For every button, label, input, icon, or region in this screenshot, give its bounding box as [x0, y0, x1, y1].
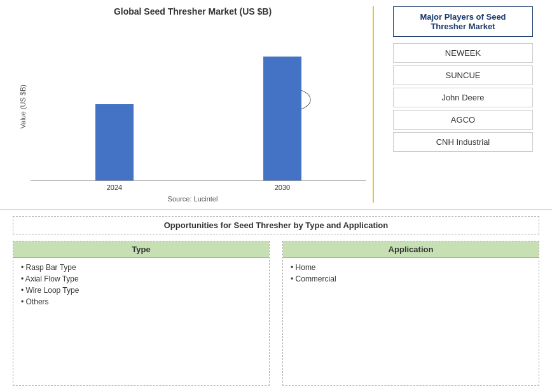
- x-axis-labels: 2024 2030: [31, 181, 366, 191]
- right-panel-title: Major Players of Seed Thresher Market: [393, 6, 533, 37]
- type-item-3: • Wire Loop Type: [21, 286, 261, 295]
- bar-2030: [263, 57, 301, 180]
- bar-label-2024: 2024: [31, 184, 198, 191]
- application-column: Application • Home • Commercial: [282, 241, 539, 386]
- chart-wrapper: Value (US $B) 3.6%: [19, 22, 366, 191]
- main-container: Global Seed Thresher Market (US $B) Valu…: [0, 0, 552, 392]
- bar-label-2030: 2030: [198, 184, 366, 191]
- chart-title: Global Seed Thresher Market (US $B): [114, 6, 272, 17]
- player-neweek: NEWEEK: [393, 43, 533, 63]
- right-panel: Major Players of Seed Thresher Market NE…: [374, 0, 552, 209]
- type-column: Type • Rasp Bar Type • Axial Flow Type •…: [13, 241, 270, 386]
- type-item-4: • Others: [21, 297, 261, 306]
- application-column-header: Application: [283, 241, 539, 258]
- type-item-1: • Rasp Bar Type: [21, 263, 261, 272]
- bar-group-2030: 3.6%: [198, 57, 366, 180]
- player-john-deere: John Deere: [393, 88, 533, 107]
- opportunities-content: Type • Rasp Bar Type • Axial Flow Type •…: [13, 241, 539, 386]
- application-column-body: • Home • Commercial: [283, 258, 539, 288]
- type-column-header: Type: [13, 241, 269, 258]
- type-column-body: • Rasp Bar Type • Axial Flow Type • Wire…: [13, 258, 269, 311]
- source-text: Source: Lucintel: [168, 195, 218, 203]
- player-suncue: SUNCUE: [393, 65, 533, 85]
- player-cnh: CNH Industrial: [393, 132, 533, 152]
- top-section: Global Seed Thresher Market (US $B) Valu…: [0, 0, 552, 210]
- y-axis-label: Value (US $B): [19, 84, 27, 129]
- players-list: NEWEEK SUNCUE John Deere AGCO CNH Indust…: [383, 43, 542, 154]
- player-agco: AGCO: [393, 110, 533, 130]
- chart-area: Global Seed Thresher Market (US $B) Valu…: [0, 0, 373, 209]
- bar-2024: [95, 104, 134, 180]
- type-item-2: • Axial Flow Type: [21, 274, 261, 283]
- application-item-2: • Commercial: [291, 274, 531, 283]
- opportunities-title: Opportunities for Seed Thresher by Type …: [13, 216, 539, 234]
- bars-container: 3.6%: [31, 22, 366, 180]
- bar-group-2024: [31, 104, 198, 180]
- chart-inner: 3.6% 2024 2030: [31, 22, 366, 191]
- bottom-section: Opportunities for Seed Thresher by Type …: [0, 210, 552, 392]
- application-item-1: • Home: [291, 263, 531, 272]
